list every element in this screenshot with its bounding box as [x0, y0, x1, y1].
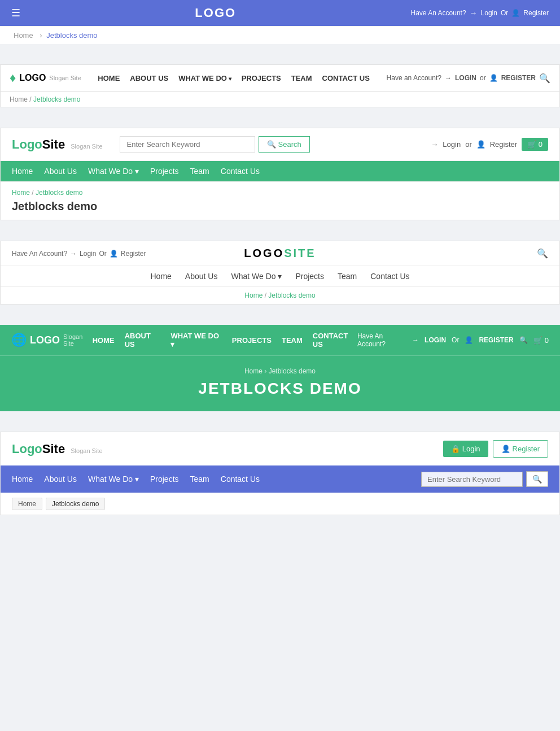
search-button6[interactable]: 🔍	[526, 471, 548, 487]
nav5-home[interactable]: HOME	[93, 336, 115, 345]
breadcrumb1: Home › Jetblocks demo	[0, 26, 560, 44]
navbar3-top: LogoSite Slogan Site 🔍 Search → Login or…	[1, 128, 559, 161]
register-link3[interactable]: Register	[490, 140, 517, 149]
nav2-contactus[interactable]: CONTACT US	[322, 74, 370, 82]
register-link5[interactable]: REGISTER	[479, 336, 513, 344]
login-link3[interactable]: Login	[443, 140, 461, 149]
breadcrumb6-home[interactable]: Home	[12, 498, 42, 510]
nav6-projects[interactable]: Projects	[150, 475, 179, 484]
breadcrumb2-current[interactable]: Jetblocks demo	[33, 95, 80, 103]
search-btn-icon3: 🔍	[267, 140, 276, 149]
nav3-contactus[interactable]: Contact Us	[221, 167, 260, 176]
auth-text1: Have An Account?	[411, 9, 466, 17]
nav4-home[interactable]: Home	[150, 272, 171, 281]
login-icon2: →	[445, 74, 452, 82]
nav3-projects[interactable]: Projects	[150, 167, 179, 176]
nav3-team[interactable]: Team	[190, 167, 209, 176]
or-text4: Or	[99, 250, 106, 258]
nav6-team[interactable]: Team	[190, 475, 209, 484]
section3-logosite-search: LogoSite Slogan Site 🔍 Search → Login or…	[0, 128, 560, 220]
nav2-aboutus[interactable]: ABOUT US	[130, 74, 168, 82]
register-link1[interactable]: Register	[523, 9, 549, 17]
nav5-whatwedo[interactable]: WHAT WE DO ▾	[170, 332, 221, 349]
search-icon5[interactable]	[519, 336, 528, 344]
navbar2-top: LOGO Slogan Site HOME ABOUT US WHAT WE D…	[1, 65, 559, 92]
nav4-team[interactable]: Team	[338, 272, 357, 281]
login-link4[interactable]: Login	[80, 250, 96, 258]
nav3-aboutus[interactable]: About Us	[44, 167, 77, 176]
logo3-logo: Logo	[12, 137, 42, 151]
register-icon4: 👤	[110, 250, 118, 258]
nav4-projects[interactable]: Projects	[295, 272, 324, 281]
breadcrumb4-current[interactable]: Jetblocks demo	[268, 291, 315, 299]
section1-header-dark: LOGO Have An Account? Login Or Register …	[0, 0, 560, 44]
hamburger-menu-icon[interactable]	[11, 7, 20, 19]
breadcrumb3-current[interactable]: Jetblocks demo	[36, 189, 82, 197]
nav6-contactus[interactable]: Contact Us	[221, 475, 260, 484]
nav6-home[interactable]: Home	[12, 475, 33, 484]
nav2-team[interactable]: TEAM	[291, 74, 312, 82]
auth-area1: Have An Account? Login Or Register	[411, 8, 549, 18]
cart5[interactable]: 🛒 0	[533, 336, 549, 345]
or-text3: or	[465, 140, 472, 149]
register-link2[interactable]: REGISTER	[501, 74, 536, 82]
breadcrumb1-separator: ›	[40, 31, 44, 40]
login-link2[interactable]: LOGIN	[455, 74, 476, 82]
nav2-links: HOME ABOUT US WHAT WE DO PROJECTS TEAM C…	[98, 74, 370, 82]
nav3-home[interactable]: Home	[12, 167, 33, 176]
auth-area6: 🔒 Login 👤 Register	[443, 440, 548, 458]
breadcrumb6-current[interactable]: Jetblocks demo	[46, 498, 105, 510]
login-link5[interactable]: LOGIN	[425, 336, 446, 344]
nav6-whatwedo[interactable]: What We Do ▾	[88, 475, 139, 484]
register-icon5: 👤	[465, 336, 473, 344]
register-icon1	[511, 9, 520, 17]
green-nav-bar3: Home About Us What We Do ▾ Projects Team…	[1, 161, 559, 181]
breadcrumb2: Home / Jetblocks demo	[1, 92, 559, 107]
nav5-team[interactable]: TEAM	[282, 336, 303, 345]
nav4-whatwedo[interactable]: What We Do ▾	[231, 272, 282, 281]
nav6-links: Home About Us What We Do ▾ Projects Team…	[12, 475, 260, 484]
login-link1[interactable]: Login	[481, 9, 497, 17]
search-input3[interactable]	[120, 136, 255, 153]
search-icon2[interactable]	[539, 73, 550, 84]
nav4-contactus[interactable]: Contact Us	[370, 272, 409, 281]
breadcrumb3-home[interactable]: Home	[12, 189, 30, 197]
nav5-contactus[interactable]: CONTACT US	[313, 332, 357, 349]
search-input6[interactable]	[421, 472, 523, 487]
nav5-projects[interactable]: PROJECTS	[232, 336, 272, 345]
nav5-aboutus[interactable]: ABOUT US	[125, 332, 161, 349]
breadcrumb1-home: Home	[14, 31, 33, 40]
logo5-text: LOGO	[30, 334, 60, 346]
login-button6[interactable]: 🔒 Login	[443, 441, 488, 457]
search-area6: 🔍	[421, 471, 548, 487]
cart-count3: 0	[539, 140, 542, 149]
nav2-home[interactable]: HOME	[98, 74, 120, 82]
nav6-aboutus[interactable]: About Us	[44, 475, 77, 484]
logo3-site: Site	[42, 137, 65, 151]
auth-area2: Have an Account? → LOGIN or 👤 REGISTER	[387, 73, 550, 84]
or-text2: or	[480, 74, 486, 82]
page-title5: JETBLOCKS DEMO	[11, 380, 549, 398]
hero5: Home › Jetblocks demo JETBLOCKS DEMO	[0, 355, 560, 411]
logo2-area: LOGO Slogan Site	[10, 71, 81, 85]
search-button3[interactable]: 🔍 Search	[259, 136, 310, 153]
breadcrumb5-home[interactable]: Home	[244, 367, 262, 375]
search-icon4[interactable]	[537, 248, 548, 259]
nav2-projects[interactable]: PROJECTS	[242, 74, 281, 82]
breadcrumb5-current[interactable]: Jetblocks demo	[269, 367, 316, 375]
register-link4[interactable]: Register	[121, 250, 146, 258]
or-text1: Or	[501, 9, 508, 17]
register-button6[interactable]: 👤 Register	[493, 440, 548, 458]
login-icon1	[470, 8, 478, 18]
nav3-whatwedo[interactable]: What We Do ▾	[88, 167, 139, 176]
breadcrumb4-home[interactable]: Home	[244, 291, 262, 299]
cart-badge3[interactable]: 🛒 0	[522, 138, 548, 151]
logo4-logo: LOGO	[244, 247, 284, 259]
breadcrumb5-sep: ›	[264, 367, 268, 375]
breadcrumb1-current[interactable]: Jetblocks demo	[46, 31, 97, 40]
nav4-aboutus[interactable]: About Us	[185, 272, 218, 281]
search-btn-label3: Search	[278, 140, 301, 149]
auth-area3: → Login or 👤 Register 🛒 0	[431, 138, 548, 151]
nav2-whatwedo[interactable]: WHAT WE DO	[178, 74, 231, 82]
auth-text4: Have An Account?	[12, 250, 67, 258]
